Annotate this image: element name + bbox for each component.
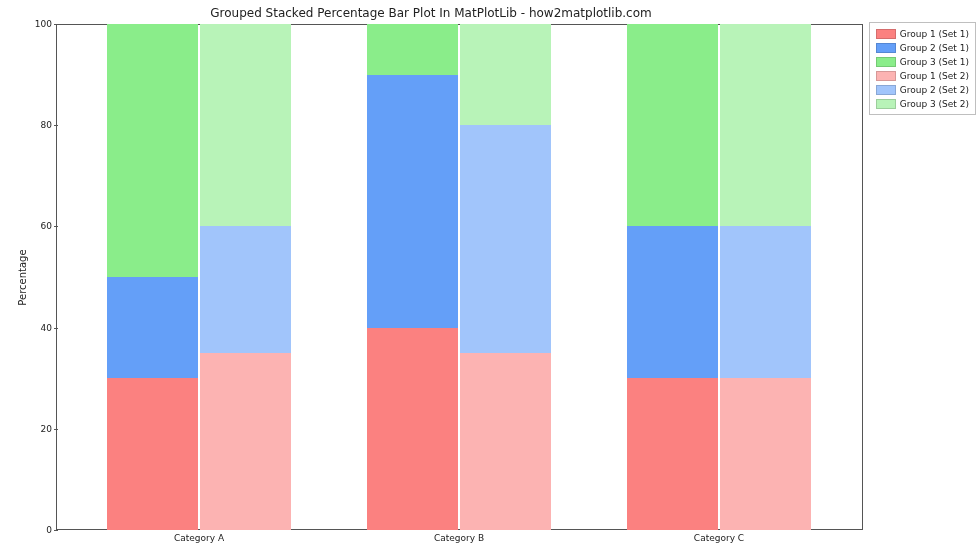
legend-item: Group 1 (Set 1) (876, 27, 969, 41)
bar-segment (460, 24, 551, 125)
legend-item: Group 1 (Set 2) (876, 69, 969, 83)
x-tick: Category B (434, 533, 484, 543)
legend-swatch (876, 85, 896, 95)
stacked-bar (627, 24, 718, 530)
legend-label: Group 2 (Set 2) (900, 85, 969, 95)
legend-label: Group 1 (Set 2) (900, 71, 969, 81)
bar-segment (627, 24, 718, 226)
legend-swatch (876, 29, 896, 39)
y-tick: 60 (24, 221, 52, 231)
stacked-bar (200, 24, 291, 530)
bar-segment (367, 75, 458, 328)
y-axis-label: Percentage (14, 24, 30, 530)
stacked-bar (720, 24, 811, 530)
stacked-bar (107, 24, 198, 530)
legend-item: Group 2 (Set 2) (876, 83, 969, 97)
legend-label: Group 1 (Set 1) (900, 29, 969, 39)
y-tick: 40 (24, 323, 52, 333)
bar-segment (367, 328, 458, 530)
bar-segment (200, 353, 291, 530)
stacked-bar (367, 24, 458, 530)
bar-segment (200, 226, 291, 353)
bar-segment (200, 24, 291, 226)
bar-segment (460, 353, 551, 530)
legend-swatch (876, 71, 896, 81)
y-tick: 100 (24, 19, 52, 29)
stacked-bar (460, 24, 551, 530)
bar-segment (627, 378, 718, 530)
legend-item: Group 3 (Set 2) (876, 97, 969, 111)
legend-label: Group 2 (Set 1) (900, 43, 969, 53)
y-tick: 20 (24, 424, 52, 434)
bar-segment (107, 378, 198, 530)
chart-figure: Grouped Stacked Percentage Bar Plot In M… (0, 0, 980, 560)
bar-segment (720, 378, 811, 530)
bar-segment (720, 226, 811, 378)
y-tick: 80 (24, 120, 52, 130)
x-tick: Category A (174, 533, 224, 543)
legend-swatch (876, 57, 896, 67)
bar-segment (107, 24, 198, 277)
bars-container (56, 24, 862, 530)
legend: Group 1 (Set 1)Group 2 (Set 1)Group 3 (S… (869, 22, 976, 115)
bar-segment (367, 24, 458, 75)
legend-swatch (876, 99, 896, 109)
legend-swatch (876, 43, 896, 53)
bar-segment (460, 125, 551, 353)
bar-segment (107, 277, 198, 378)
legend-label: Group 3 (Set 1) (900, 57, 969, 67)
legend-label: Group 3 (Set 2) (900, 99, 969, 109)
legend-item: Group 2 (Set 1) (876, 41, 969, 55)
chart-title: Grouped Stacked Percentage Bar Plot In M… (0, 6, 862, 20)
x-tick: Category C (694, 533, 744, 543)
y-tick: 0 (24, 525, 52, 535)
bar-segment (720, 24, 811, 226)
bar-segment (627, 226, 718, 378)
legend-item: Group 3 (Set 1) (876, 55, 969, 69)
